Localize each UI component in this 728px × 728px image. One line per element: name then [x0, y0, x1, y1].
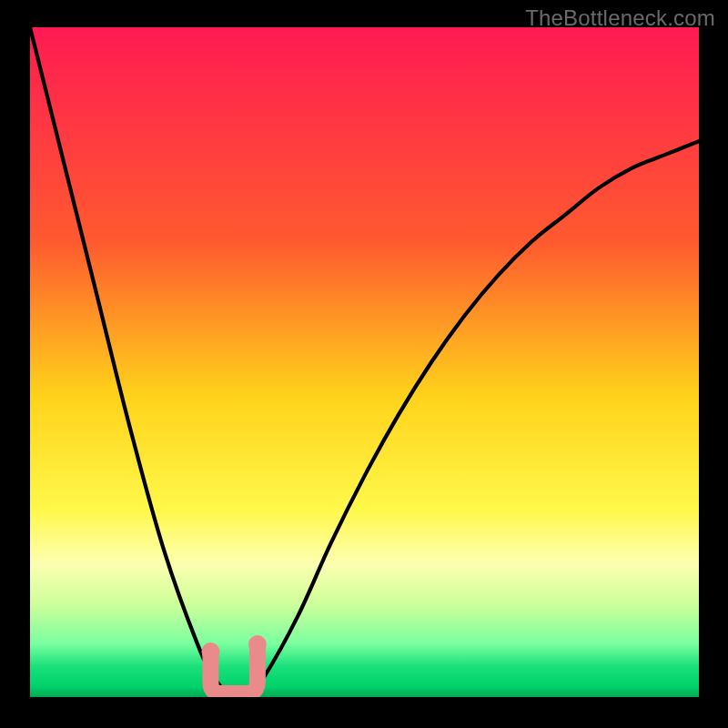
bottleneck-chart — [0, 0, 728, 728]
chart-stage: TheBottleneck.com — [0, 0, 728, 728]
gradient-background — [30, 27, 699, 697]
watermark-text: TheBottleneck.com — [525, 5, 715, 31]
